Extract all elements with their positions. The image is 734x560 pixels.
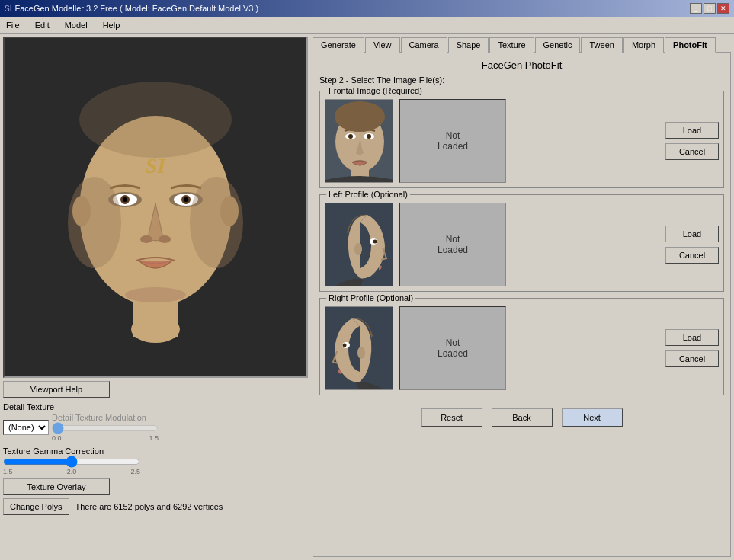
svg-point-36 — [357, 347, 365, 359]
svg-point-13 — [184, 197, 188, 202]
viewport-help-button[interactable]: Viewport Help — [3, 381, 110, 398]
tab-view[interactable]: View — [365, 37, 400, 53]
left-panel: SI Viewport Help Detail Texture (None) — [0, 34, 313, 560]
right-profile-section: Right Profile (Optional) — [319, 298, 724, 395]
reset-button[interactable]: Reset — [421, 408, 482, 427]
texture-overlay-area: Texture Overlay — [3, 478, 309, 495]
left-profile-thumb — [325, 203, 393, 286]
back-button[interactable]: Back — [492, 408, 553, 427]
menu-edit[interactable]: Edit — [32, 19, 53, 31]
minimize-button[interactable]: _ — [690, 3, 702, 14]
face-render-area: SI — [5, 38, 306, 376]
svg-point-19 — [68, 177, 121, 268]
left-profile-section: Left Profile (Optional) — [319, 194, 724, 292]
modulation-slider-area: Detail Texture Modulation 0.0 1.5 — [52, 413, 159, 442]
svg-point-26 — [367, 134, 371, 139]
right-profile-title: Right Profile (Optional) — [326, 293, 415, 302]
right-profile-load-button[interactable]: Load — [665, 329, 719, 346]
mod-max: 1.5 — [149, 434, 159, 442]
title-bar-controls[interactable]: _ □ ✕ — [690, 3, 729, 14]
tab-generate[interactable]: Generate — [313, 37, 364, 53]
left-profile-not-loaded-text: NotLoaded — [438, 234, 468, 255]
frontal-image-buttons: Load Cancel — [665, 122, 719, 160]
detail-texture-control: Detail Texture (None) Detail Texture Mod… — [3, 402, 159, 442]
tab-morph[interactable]: Morph — [623, 37, 664, 53]
left-profile-svg — [325, 203, 393, 286]
viewport-help-area: Viewport Help — [3, 381, 309, 398]
svg-point-20 — [190, 177, 243, 268]
right-profile-not-loaded-text: NotLoaded — [438, 338, 468, 359]
texture-overlay-button[interactable]: Texture Overlay — [3, 478, 110, 495]
frontal-photo-thumb — [325, 99, 393, 183]
left-profile-load-button[interactable]: Load — [665, 226, 719, 242]
frontal-image-section: Frontal Image (Required) — [319, 91, 724, 188]
svg-point-35 — [343, 344, 347, 347]
gamma-min: 1.5 — [3, 468, 13, 475]
photofit-title: FaceGen PhotoFit — [319, 59, 724, 71]
detail-texture-row: Detail Texture (None) Detail Texture Mod… — [3, 402, 309, 442]
step-label: Step 2 - Select The Image File(s): — [319, 75, 724, 85]
frontal-not-loaded-text: NotLoaded — [438, 130, 468, 152]
gamma-label: Texture Gamma Correction — [3, 446, 104, 456]
next-button[interactable]: Next — [562, 408, 623, 427]
gamma-mid: 2.0 — [67, 468, 77, 475]
menu-file[interactable]: File — [3, 19, 23, 31]
gamma-slider-area: 1.5 2.0 2.5 — [3, 456, 309, 475]
detail-texture-select[interactable]: (None) — [3, 420, 49, 435]
gamma-row: Texture Gamma Correction 1.5 2.0 2.5 — [3, 446, 309, 475]
svg-point-18 — [79, 82, 232, 158]
frontal-section-title: Frontal Image (Required) — [326, 86, 425, 95]
left-profile-cancel-button[interactable]: Cancel — [665, 247, 719, 264]
left-profile-not-loaded-box: NotLoaded — [399, 203, 506, 286]
title-bar: SI FaceGen Modeller 3.2 Free ( Model: Fa… — [0, 0, 734, 17]
tab-texture[interactable]: Texture — [489, 37, 534, 53]
frontal-photo-svg — [325, 100, 393, 183]
tab-photofit[interactable]: PhotoFit — [665, 37, 716, 53]
window-title: FaceGen Modeller 3.2 Free ( Model: FaceG… — [14, 4, 258, 13]
left-profile-buttons: Load Cancel — [665, 226, 719, 264]
tab-tween[interactable]: Tween — [581, 37, 622, 53]
change-polys-row: Change Polys There are 6152 polys and 62… — [3, 498, 309, 515]
app-icon: SI — [5, 5, 11, 13]
change-polys-button[interactable]: Change Polys — [3, 498, 69, 515]
modulation-slider[interactable] — [52, 422, 159, 434]
title-bar-left: SI FaceGen Modeller 3.2 Free ( Model: Fa… — [5, 4, 258, 13]
right-profile-row: NotLoaded Load Cancel — [325, 303, 719, 390]
tab-shape[interactable]: Shape — [448, 37, 489, 53]
right-profile-thumb — [325, 306, 393, 390]
polys-info: There are 6152 polys and 6292 vertices — [75, 502, 223, 511]
right-profile-not-loaded-box: NotLoaded — [399, 306, 506, 390]
close-button[interactable]: ✕ — [717, 3, 729, 14]
frontal-image-row: NotLoaded Load Cancel — [325, 96, 719, 183]
svg-point-27 — [335, 101, 385, 132]
right-profile-svg — [325, 307, 393, 390]
frontal-cancel-button[interactable]: Cancel — [665, 143, 719, 160]
frontal-not-loaded-box: NotLoaded — [399, 99, 506, 183]
left-profile-row: NotLoaded Load Cancel — [325, 200, 719, 286]
svg-point-25 — [348, 134, 353, 139]
svg-point-32 — [354, 243, 362, 255]
face-svg: SI — [56, 62, 255, 352]
svg-point-31 — [373, 240, 377, 244]
maximize-button[interactable]: □ — [704, 3, 716, 14]
frontal-load-button[interactable]: Load — [665, 122, 719, 139]
tab-bar: Generate View Camera Shape Texture Genet… — [313, 37, 731, 53]
right-panel: Generate View Camera Shape Texture Genet… — [313, 34, 734, 560]
menu-bar: File Edit Model Help — [0, 17, 734, 34]
menu-model[interactable]: Model — [62, 19, 91, 31]
svg-point-12 — [123, 197, 127, 202]
modulation-label: Detail Texture Modulation — [52, 413, 159, 422]
svg-point-14 — [140, 235, 152, 243]
tab-genetic[interactable]: Genetic — [535, 37, 581, 53]
left-profile-title: Left Profile (Optional) — [326, 190, 410, 199]
detail-texture-label: Detail Texture — [3, 402, 159, 411]
svg-point-15 — [159, 235, 171, 243]
3d-viewport[interactable]: SI — [3, 37, 308, 378]
menu-help[interactable]: Help — [100, 19, 123, 31]
right-profile-cancel-button[interactable]: Cancel — [665, 350, 719, 367]
tab-camera[interactable]: Camera — [401, 37, 447, 53]
svg-point-16 — [125, 287, 186, 302]
gamma-slider[interactable] — [3, 456, 140, 468]
tab-content-photofit: FaceGen PhotoFit Step 2 - Select The Ima… — [313, 53, 731, 557]
right-profile-buttons: Load Cancel — [665, 329, 719, 367]
